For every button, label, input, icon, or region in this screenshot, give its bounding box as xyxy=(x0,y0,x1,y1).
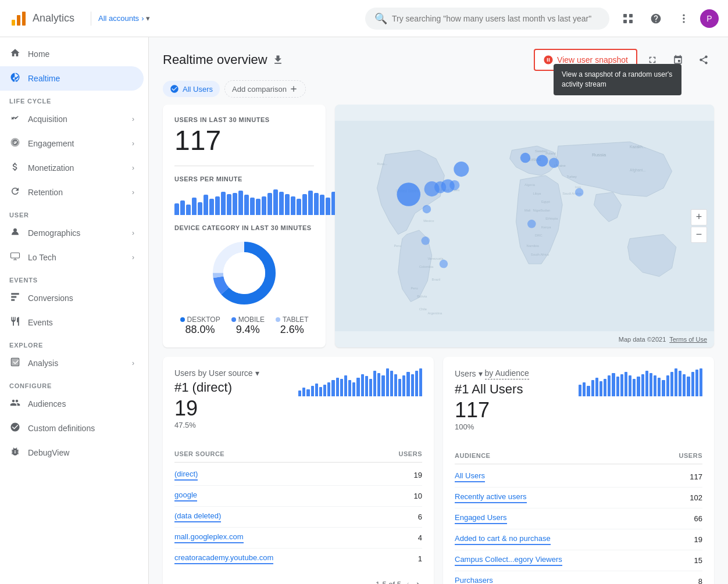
row-label[interactable]: mall.googleplex.com xyxy=(174,532,244,541)
sidebar-item-audiences[interactable]: Audiences xyxy=(0,392,144,416)
sidebar-item-home[interactable]: Home xyxy=(0,42,144,66)
bar xyxy=(192,198,197,215)
sidebar-item-debugview[interactable]: DebugView xyxy=(0,440,144,465)
audience-table: All Users 117 Recently active users 102 … xyxy=(455,467,702,584)
svg-text:Iraq: Iraq xyxy=(575,185,581,189)
row-value: 19 xyxy=(694,535,702,544)
prev-page-button[interactable]: ‹ xyxy=(404,576,412,584)
svg-text:Algeria: Algeria xyxy=(524,183,536,187)
row-value: 19 xyxy=(414,471,422,479)
row-label[interactable]: Engaged Users xyxy=(455,513,507,522)
sidebar-item-tech[interactable]: Lo Tech › xyxy=(0,245,144,270)
bar xyxy=(695,370,698,396)
dropdown-arrow-icon[interactable]: ▾ xyxy=(255,368,259,378)
avatar[interactable]: P xyxy=(700,9,719,28)
more-vert-icon[interactable] xyxy=(672,7,695,30)
row-value: 1 xyxy=(418,554,422,563)
sidebar-item-custom-definitions[interactable]: Custom definitions xyxy=(0,416,144,440)
bar xyxy=(314,193,319,215)
row-label[interactable]: google xyxy=(174,490,197,499)
sidebar-item-engagement[interactable]: Engagement › xyxy=(0,131,144,156)
audience-dropdown-icon[interactable]: ▾ xyxy=(479,369,483,378)
next-page-button[interactable]: › xyxy=(414,576,422,584)
row-label[interactable]: Recently active users xyxy=(455,492,527,501)
svg-text:Libya: Libya xyxy=(533,192,541,195)
bar xyxy=(415,371,418,396)
map-dot-east-europe xyxy=(549,158,559,168)
events-icon xyxy=(9,316,21,329)
bar xyxy=(390,371,393,396)
help-icon[interactable] xyxy=(644,7,668,30)
bar xyxy=(381,375,384,396)
device-section: DEVICE CATEGORY IN LAST 30 MINUTES xyxy=(174,224,314,336)
sidebar-item-monetization[interactable]: Monetization › xyxy=(0,156,144,180)
mobile-dot xyxy=(231,317,236,322)
sidebar-item-events[interactable]: Events xyxy=(0,310,144,335)
svg-text:Peru: Peru xyxy=(411,286,417,290)
bar xyxy=(406,372,409,396)
bar xyxy=(624,372,627,396)
header: Analytics All accounts › ▾ 🔍 P xyxy=(0,0,728,37)
table-row: creatoracademy.youtube.com 1 xyxy=(174,549,422,569)
account-dropdown-icon[interactable]: ▾ xyxy=(146,14,150,23)
bar xyxy=(579,385,581,396)
logo[interactable]: Analytics xyxy=(9,9,74,28)
sidebar-item-demographics[interactable]: Demographics › xyxy=(0,221,144,245)
sidebar-item-realtime[interactable]: Realtime xyxy=(0,66,144,91)
bar xyxy=(198,202,202,215)
svg-text:Namibia: Namibia xyxy=(527,244,540,248)
svg-rect-4 xyxy=(629,14,633,17)
search-input[interactable] xyxy=(392,14,600,23)
svg-text:DRC: DRC xyxy=(535,234,543,237)
row-label[interactable]: All Users xyxy=(455,471,485,480)
sidebar: Home Realtime LIFE CYCLE Acquisition › xyxy=(0,37,149,584)
zoom-out-button[interactable]: − xyxy=(691,227,707,243)
bar xyxy=(679,371,681,396)
bar xyxy=(591,380,594,396)
terms-of-use-link[interactable]: Terms of Use xyxy=(669,336,707,343)
desktop-dot xyxy=(180,317,185,322)
all-accounts-link[interactable]: All accounts › xyxy=(98,14,144,23)
bar xyxy=(645,371,648,396)
export-icon[interactable] xyxy=(272,54,284,66)
bar xyxy=(348,380,351,396)
svg-text:Kenya: Kenya xyxy=(541,225,551,229)
apps-icon[interactable] xyxy=(616,7,640,30)
zoom-in-button[interactable]: + xyxy=(691,209,707,225)
bar xyxy=(394,374,397,396)
bar xyxy=(595,378,598,396)
bar xyxy=(377,373,380,396)
bar xyxy=(641,374,644,396)
search-bar[interactable]: 🔍 xyxy=(365,8,609,30)
user-source-rank: #1 (direct) xyxy=(174,380,298,395)
add-comparison-button[interactable]: Add comparison xyxy=(224,80,306,98)
row-label[interactable]: Added to cart & no purchase xyxy=(455,534,551,543)
bar xyxy=(411,374,414,396)
analytics-logo-icon xyxy=(9,9,28,28)
sidebar-item-retention[interactable]: Retention › xyxy=(0,180,144,205)
row-label[interactable]: (data deleted) xyxy=(174,511,221,520)
demographics-icon xyxy=(9,227,21,239)
sidebar-item-analysis[interactable]: Analysis › xyxy=(0,351,144,375)
bar xyxy=(369,379,372,396)
row-label[interactable]: Campus Collect...egory Viewers xyxy=(455,555,562,564)
sidebar-item-conversions[interactable]: Conversions xyxy=(0,286,144,310)
chevron-right-icon: › xyxy=(132,229,134,237)
chevron-right-icon: › xyxy=(132,188,134,196)
bottom-row: Users by User source ▾ #1 (direct) 19 47… xyxy=(163,357,714,584)
realtime-icon xyxy=(9,72,21,85)
device-category-label: DEVICE CATEGORY IN LAST 30 MINUTES xyxy=(174,224,314,231)
explore-label: EXPLORE xyxy=(0,335,148,351)
debugview-icon xyxy=(9,446,21,459)
share-button[interactable] xyxy=(693,49,714,70)
row-label[interactable]: (direct) xyxy=(174,470,198,478)
row-label[interactable]: Purchasers xyxy=(455,576,493,584)
sidebar-item-acquisition[interactable]: Acquisition › xyxy=(0,107,144,131)
all-users-chip[interactable]: All Users xyxy=(163,81,220,97)
bar xyxy=(291,196,295,215)
user-source-header: Users by User source ▾ #1 (direct) 19 47… xyxy=(174,368,422,439)
svg-text:Russia: Russia xyxy=(592,152,606,157)
bar xyxy=(629,375,631,396)
bar xyxy=(262,196,266,215)
row-label[interactable]: creatoracademy.youtube.com xyxy=(174,553,273,562)
